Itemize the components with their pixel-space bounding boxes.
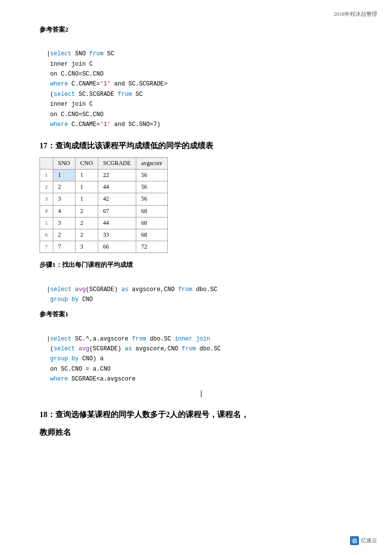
cell-avgscore: 56 xyxy=(136,181,167,193)
table-row: 5324468 xyxy=(40,217,168,229)
cell-sno: 2 xyxy=(53,181,75,193)
col-avgscore: avgscore xyxy=(136,157,167,169)
row-num: 7 xyxy=(40,241,53,253)
code-step1: |select avg(SCGRADE) as avgscore,CNO fro… xyxy=(39,274,362,304)
col-sno: SNO xyxy=(53,157,75,169)
heading-17: 17：查询成绩比该课程平均成绩低的同学的成绩表 xyxy=(39,139,362,152)
col-cno: CNO xyxy=(75,157,98,169)
cell-avgscore: 68 xyxy=(136,229,167,241)
table-row: 4426768 xyxy=(40,205,168,217)
cell-cno: 1 xyxy=(75,193,98,205)
cell-sno: 1 xyxy=(53,170,75,181)
row-num: 3 xyxy=(40,193,53,205)
cell-avgscore: 68 xyxy=(136,205,167,217)
cell-sno: 2 xyxy=(53,229,75,241)
logo: 亿 亿速云 xyxy=(350,536,377,545)
company-name: 亿速云 xyxy=(361,536,377,545)
cell-avgscore: 72 xyxy=(136,241,167,253)
cell-scgrade: 33 xyxy=(98,229,136,241)
watermark: 2018年程沐喆整理 xyxy=(334,10,377,19)
table-row: 2214456 xyxy=(40,181,168,193)
code-ref2: |select SNO from SC inner join C on C.CN… xyxy=(39,39,362,130)
cell-cno: 1 xyxy=(75,170,98,181)
cell-cno: 1 xyxy=(75,181,98,193)
cell-avgscore: 68 xyxy=(136,217,167,229)
cursor-indicator xyxy=(39,388,362,399)
cell-avgscore: 56 xyxy=(136,170,167,181)
row-num: 5 xyxy=(40,217,53,229)
col-empty xyxy=(40,157,53,169)
cell-sno: 4 xyxy=(53,205,75,217)
cell-scgrade: 22 xyxy=(98,170,136,181)
table-17: SNO CNO SCGRADE avgscore 111225622144563… xyxy=(39,157,168,254)
footer: 亿 亿速云 xyxy=(350,536,377,545)
code-ref1: |select SC.^,a.avgscore from dbo.SC inne… xyxy=(39,324,362,384)
cell-scgrade: 44 xyxy=(98,181,136,193)
ref2-title: 参考答案2 xyxy=(39,25,362,35)
cell-sno: 3 xyxy=(53,217,75,229)
cell-sno: 3 xyxy=(53,193,75,205)
row-num: 2 xyxy=(40,181,53,193)
cell-sno: 7 xyxy=(53,241,75,253)
table-row: 7736672 xyxy=(40,241,168,253)
cell-scgrade: 67 xyxy=(98,205,136,217)
table-row: 3314256 xyxy=(40,193,168,205)
cell-cno: 2 xyxy=(75,229,98,241)
step1-title: 步骤1：找出每门课程的平均成绩 xyxy=(39,260,362,270)
logo-icon: 亿 xyxy=(350,536,359,545)
row-num: 1 xyxy=(40,170,53,181)
table-row: 6223368 xyxy=(40,229,168,241)
cell-scgrade: 66 xyxy=(98,241,136,253)
row-num: 4 xyxy=(40,205,53,217)
row-num: 6 xyxy=(40,229,53,241)
cell-scgrade: 44 xyxy=(98,217,136,229)
heading-18-line2: 教师姓名 xyxy=(39,426,362,439)
ref1-title: 参考答案1 xyxy=(39,309,362,320)
col-scgrade: SCGRADE xyxy=(98,157,136,169)
svg-text:亿: 亿 xyxy=(352,539,357,544)
table-row: 1112256 xyxy=(40,170,168,181)
cell-cno: 2 xyxy=(75,217,98,229)
cell-cno: 2 xyxy=(75,205,98,217)
cell-cno: 3 xyxy=(75,241,98,253)
cell-scgrade: 42 xyxy=(98,193,136,205)
heading-18: 18：查询选修某课程的同学人数多于2人的课程号，课程名， xyxy=(39,408,362,421)
cell-avgscore: 56 xyxy=(136,193,167,205)
